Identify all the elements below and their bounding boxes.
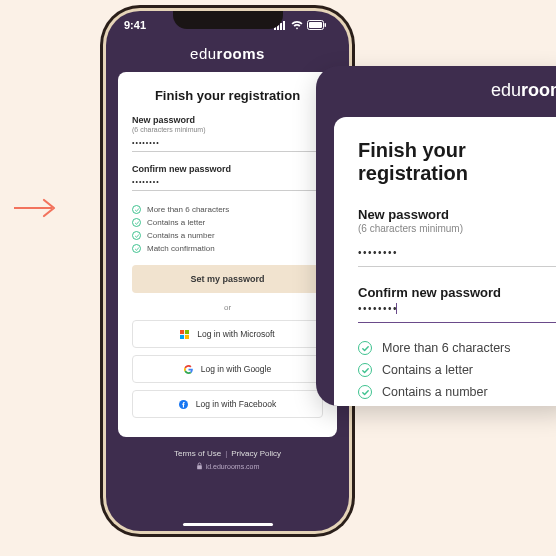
check-row: More than 6 characters [132, 205, 323, 214]
lock-icon [196, 462, 203, 471]
svg-rect-10 [180, 334, 184, 338]
check-row: Contains a number [132, 231, 323, 240]
home-indicator [183, 523, 273, 526]
login-google-button[interactable]: Log in with Google [132, 355, 323, 383]
svg-rect-9 [185, 330, 189, 334]
check-row: Contains a letter [132, 218, 323, 227]
zoom-confirm-password-input[interactable]: •••••••• [358, 301, 556, 323]
svg-rect-7 [325, 23, 327, 27]
check-icon [132, 231, 141, 240]
check-icon [358, 385, 372, 399]
footer-url: id.edurooms.com [106, 462, 349, 471]
arrow-pointer-icon [14, 198, 58, 218]
zoom-checks: More than 6 characters Contains a letter… [358, 341, 556, 399]
check-row: More than 6 characters [358, 341, 556, 355]
footer-links: Terms of Use|Privacy Policy [106, 449, 349, 458]
zoom-overlay: edurooms Finish your registration New pa… [316, 66, 556, 406]
svg-rect-11 [185, 334, 189, 338]
text-cursor-icon [396, 303, 397, 314]
login-microsoft-button[interactable]: Log in with Microsoft [132, 320, 323, 348]
check-row: Contains a letter [358, 363, 556, 377]
password-checks: More than 6 characters Contains a letter… [132, 205, 323, 253]
terms-link[interactable]: Terms of Use [174, 449, 221, 458]
svg-rect-3 [280, 23, 282, 30]
check-icon [132, 218, 141, 227]
check-icon [132, 244, 141, 253]
phone-screen: 9:41 edurooms Finis [106, 11, 349, 531]
card-title: Finish your registration [132, 88, 323, 103]
svg-rect-8 [180, 330, 184, 334]
login-facebook-button[interactable]: Log in with Facebook [132, 390, 323, 418]
new-password-label: New password [132, 115, 323, 125]
new-password-input[interactable] [132, 136, 323, 152]
phone-notch [173, 11, 283, 29]
check-row: Contains a number [358, 385, 556, 399]
check-row: Match confirmation [132, 244, 323, 253]
brand-logo: edurooms [106, 39, 349, 72]
zoom-new-password-label: New password [358, 207, 556, 222]
google-icon [184, 365, 193, 374]
zoom-card: Finish your registration New password (6… [334, 117, 556, 406]
check-icon [358, 341, 372, 355]
zoom-title: Finish your registration [358, 139, 556, 185]
confirm-password-label: Confirm new password [132, 164, 323, 174]
privacy-link[interactable]: Privacy Policy [231, 449, 281, 458]
microsoft-icon [180, 330, 189, 339]
check-icon [132, 205, 141, 214]
svg-rect-6 [309, 22, 322, 28]
set-password-button[interactable]: Set my password [132, 265, 323, 293]
check-icon [358, 363, 372, 377]
or-divider: or [132, 303, 323, 312]
zoom-confirm-password-label: Confirm new password [358, 285, 556, 300]
registration-card: Finish your registration New password (6… [118, 72, 337, 437]
status-time: 9:41 [124, 19, 146, 31]
wifi-icon [291, 21, 303, 30]
new-password-hint: (6 characters minimum) [132, 126, 323, 133]
facebook-icon [179, 400, 188, 409]
zoom-new-password-hint: (6 characters minimum) [358, 223, 556, 234]
confirm-password-input[interactable] [132, 175, 323, 191]
battery-icon [307, 20, 327, 30]
svg-rect-4 [283, 21, 285, 30]
svg-rect-13 [197, 465, 202, 469]
brand-logo-zoom: edurooms [316, 66, 556, 117]
zoom-new-password-input[interactable] [358, 245, 556, 267]
